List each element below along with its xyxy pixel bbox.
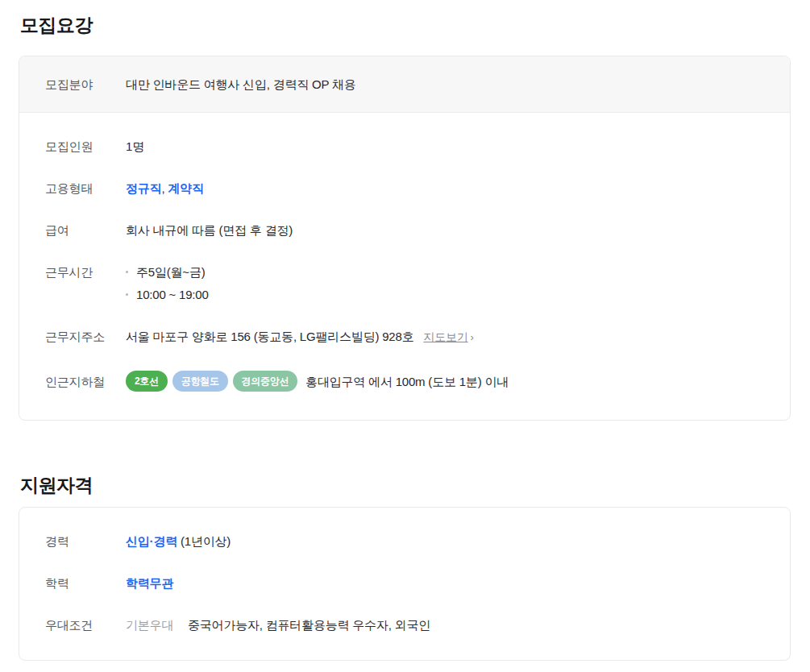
qualification-card: 경력 신입·경력 (1년이상) 학력 학력무관 우대조건 기본우대 중국어가능자… bbox=[19, 507, 791, 661]
row-label: 모집분야 bbox=[45, 76, 126, 93]
subway-gyeongui-jungang-badge: 경의중앙선 bbox=[233, 371, 298, 392]
work-address-text: 서울 마포구 양화로 156 (동교동, LG팰리스빌딩) 928호 bbox=[126, 330, 413, 343]
chevron-right-icon: › bbox=[471, 331, 474, 343]
work-hours-item: 주5일(월~금) bbox=[126, 263, 209, 280]
work-address-row: 근무지주소 서울 마포구 양화로 156 (동교동, LG팰리스빌딩) 928호… bbox=[45, 328, 764, 346]
view-map-link[interactable]: 지도보기› bbox=[423, 330, 473, 343]
row-label: 근무시간 bbox=[45, 263, 126, 280]
row-label: 모집인원 bbox=[45, 138, 126, 155]
row-label: 우대조건 bbox=[45, 616, 126, 633]
subway-airport-railroad-badge: 공항철도 bbox=[172, 371, 228, 392]
work-address-value: 서울 마포구 양화로 156 (동교동, LG팰리스빌딩) 928호 지도보기› bbox=[126, 328, 474, 346]
qualification-section-title: 지원자격 bbox=[20, 474, 791, 496]
job-detail-page: 모집요강 모집분야 대만 인바운드 여행사 신입, 경력직 OP 채용 모집인원… bbox=[0, 0, 810, 661]
row-label: 인근지하철 bbox=[45, 373, 126, 390]
subway-distance-text: 홍대입구역 에서 100m (도보 1분) 이내 bbox=[305, 373, 509, 390]
preference-row: 우대조건 기본우대 중국어가능자, 컴퓨터활용능력 우수자, 외국인 bbox=[45, 616, 764, 633]
recruitment-field-row: 모집분야 대만 인바운드 여행사 신입, 경력직 OP 채용 bbox=[45, 76, 764, 93]
work-hours-item: 10:00 ~ 19:00 bbox=[126, 286, 209, 303]
career-row: 경력 신입·경력 (1년이상) bbox=[45, 533, 764, 550]
preference-value: 중국어가능자, 컴퓨터활용능력 우수자, 외국인 bbox=[188, 616, 430, 633]
preference-sublabel: 기본우대 bbox=[126, 616, 188, 633]
education-value: 학력무관 bbox=[126, 575, 173, 591]
recruitment-card: 모집분야 대만 인바운드 여행사 신입, 경력직 OP 채용 모집인원 1명 고… bbox=[19, 56, 791, 421]
employment-type-link-contract[interactable]: 계약직 bbox=[168, 181, 203, 195]
view-map-link-label: 지도보기 bbox=[423, 330, 467, 343]
education-link[interactable]: 학력무관 bbox=[126, 576, 173, 590]
row-label: 급여 bbox=[45, 222, 126, 239]
salary-row: 급여 회사 내규에 따름 (면접 후 결정) bbox=[45, 222, 764, 239]
career-suffix: (1년이상) bbox=[177, 534, 231, 548]
head-count-value: 1명 bbox=[126, 138, 144, 155]
employment-type-link-regular[interactable]: 정규직 bbox=[126, 181, 161, 195]
recruitment-card-body: 모집인원 1명 고용형태 정규직, 계약직 급여 회사 내규에 따름 (면접 후… bbox=[19, 113, 790, 420]
education-row: 학력 학력무관 bbox=[45, 575, 764, 591]
row-label: 고용형태 bbox=[45, 180, 126, 197]
row-label: 근무지주소 bbox=[45, 328, 126, 345]
nearby-subway-row: 인근지하철 2호선 공항철도 경의중앙선 홍대입구역 에서 100m (도보 1… bbox=[45, 371, 764, 392]
row-label: 학력 bbox=[45, 575, 126, 591]
recruitment-card-header: 모집분야 대만 인바운드 여행사 신입, 경력직 OP 채용 bbox=[19, 56, 790, 113]
employment-type-row: 고용형태 정규직, 계약직 bbox=[45, 180, 764, 197]
career-link[interactable]: 신입·경력 bbox=[126, 534, 177, 548]
work-hours-row: 근무시간 주5일(월~금) 10:00 ~ 19:00 bbox=[45, 263, 764, 303]
career-value: 신입·경력 (1년이상) bbox=[126, 533, 231, 550]
row-label: 경력 bbox=[45, 533, 126, 550]
subway-badge-group: 2호선 공항철도 경의중앙선 bbox=[126, 371, 297, 392]
recruitment-field-value: 대만 인바운드 여행사 신입, 경력직 OP 채용 bbox=[126, 76, 356, 93]
employment-type-value: 정규직, 계약직 bbox=[126, 180, 204, 197]
recruitment-section-title: 모집요강 bbox=[20, 14, 791, 36]
head-count-row: 모집인원 1명 bbox=[45, 138, 764, 155]
salary-value: 회사 내규에 따름 (면접 후 결정) bbox=[126, 222, 293, 239]
work-hours-list: 주5일(월~금) 10:00 ~ 19:00 bbox=[126, 263, 209, 303]
subway-line2-badge: 2호선 bbox=[126, 371, 168, 392]
qualification-card-body: 경력 신입·경력 (1년이상) 학력 학력무관 우대조건 기본우대 중국어가능자… bbox=[19, 508, 790, 660]
